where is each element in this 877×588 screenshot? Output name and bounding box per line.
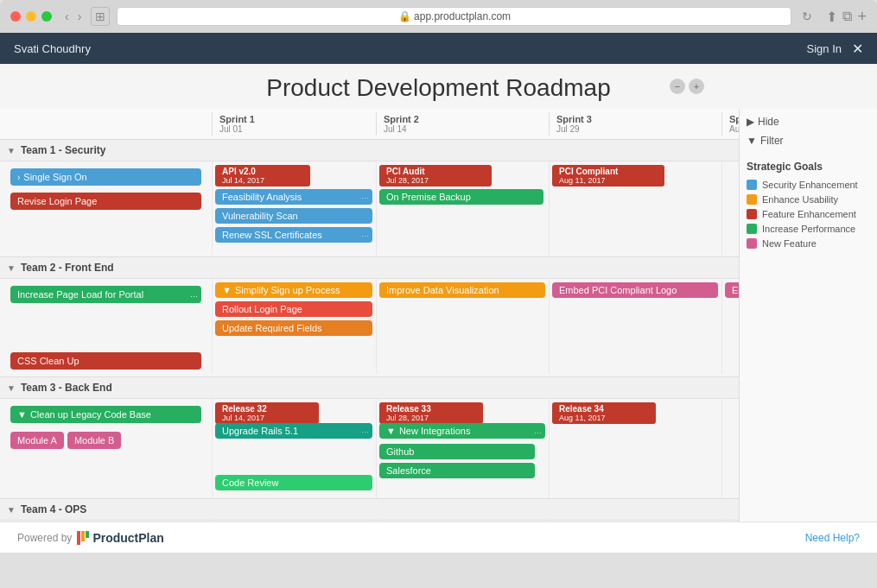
sprint-1-date: Jul 01 (219, 124, 369, 134)
browser-back-button[interactable]: ‹ (62, 9, 72, 23)
card-module-a[interactable]: Module A (10, 432, 64, 449)
team-name-ops: Team 4 - OPS (21, 503, 86, 515)
card-simplify-signup[interactable]: ▼ Simplify Sign up Process (215, 282, 372, 298)
team-header-backend[interactable]: ▼ Team 3 - Back End (0, 377, 739, 399)
release-api-label: API v2.0 (222, 167, 303, 176)
card-embed-pci-logo[interactable]: Embed PCI Compliant Logo (552, 282, 718, 298)
browser-actions: ⬆ ⧉ + (826, 8, 867, 26)
zoom-out-button[interactable]: − (670, 79, 685, 94)
team-name-security: Team 1 - Security (21, 144, 105, 156)
release-34[interactable]: Release 34 Aug 11, 2017 (552, 402, 656, 424)
card-new-integrations[interactable]: ▼ New Integrations … (379, 423, 545, 439)
sprint-header: Sprint 1 Jul 01 Sprint 2 Jul 14 Sprint 3… (0, 109, 739, 140)
card-clean-legacy[interactable]: ▼ Clean up Legacy Code Base (10, 406, 201, 423)
pci-compliant-date: Aug 11, 2017 (559, 176, 658, 185)
card-salesforce[interactable]: Salesforce (379, 463, 535, 478)
card-code-review[interactable]: Code Review (215, 475, 372, 490)
sprint-area-4-security (721, 161, 739, 256)
browser-forward-button[interactable]: › (75, 9, 85, 23)
svg-rect-2 (86, 531, 89, 538)
hide-arrow-icon: ▶ (747, 116, 754, 128)
app-footer: Powered by ProductPlan Need Help? (0, 522, 877, 553)
card-vulnerability-scan[interactable]: Vulnerability Scan (215, 208, 372, 224)
release-34-date: Aug 11, 2017 (559, 414, 649, 422)
url-text: app.productplan.com (414, 10, 511, 22)
legend-label-security: Security Enhancement (762, 180, 858, 190)
svg-rect-0 (77, 531, 80, 545)
legend-dot-performance (747, 224, 757, 234)
team-toggle-ops[interactable]: ▼ (7, 505, 16, 515)
browser-grid-button[interactable]: ⊞ (91, 7, 110, 26)
browser-new-tab-button[interactable]: + (857, 8, 867, 26)
card-single-sign-on[interactable]: › Single Sign On (10, 168, 201, 186)
sprint-1-name: Sprint 1 (219, 114, 369, 124)
sprint-2-date: Jul 14 (384, 124, 542, 134)
browser-titlebar: ‹ › ⊞ 🔒 app.productplan.com ↻ ⬆ ⧉ + (0, 0, 877, 33)
card-rollout-login-page[interactable]: Rollout Login Page (215, 301, 372, 317)
sprint-col-1: Sprint 1 Jul 01 (212, 112, 376, 136)
legend-label-performance: Increase Performance (762, 224, 855, 234)
browser-fullscreen-button[interactable]: ⧉ (842, 8, 852, 26)
card-update-required-fields[interactable]: Update Required Fields (215, 320, 372, 336)
browser-minimize-button[interactable] (26, 11, 36, 22)
browser-refresh-button[interactable]: ↻ (802, 9, 812, 23)
sprint-border-2-ops (376, 521, 549, 522)
settings-icon[interactable]: ✕ (852, 41, 863, 57)
card-renew-ssl[interactable]: Renew SSL Certificates … (215, 227, 372, 243)
release-33[interactable]: Release 33 Jul 28, 2017 (379, 402, 483, 424)
team-content-ops: Investigate GCE › Load Testing (0, 521, 739, 522)
team-header-frontend[interactable]: ▼ Team 2 - Front End (0, 257, 739, 279)
productplan-logo-icon (77, 531, 91, 545)
card-github[interactable]: Github (379, 444, 535, 459)
release-34-label: Release 34 (559, 404, 649, 414)
team-label-col-security: › Single Sign On Revise Login Page (0, 161, 212, 256)
card-embed-logo-integrations[interactable]: Embed Logo for New Integrations (725, 282, 739, 298)
browser-share-button[interactable]: ⬆ (826, 8, 837, 26)
browser-urlbar[interactable]: 🔒 app.productplan.com (117, 7, 791, 26)
sprint-border-3-ops (549, 521, 721, 522)
team-toggle-backend[interactable]: ▼ (7, 383, 16, 393)
footer-help-link[interactable]: Need Help? (805, 532, 860, 544)
card-dots-1: … (361, 192, 369, 200)
roadmap-container: Sprint 1 Jul 01 Sprint 2 Jul 14 Sprint 3… (0, 109, 877, 522)
card-on-premise-backup[interactable]: On Premise Backup (379, 189, 543, 205)
team-toggle-frontend[interactable]: ▼ (7, 263, 16, 273)
legend-dot-security (747, 180, 757, 190)
card-improve-data-viz[interactable]: Improve Data Visualization (379, 282, 545, 298)
signin-link[interactable]: Sign In (807, 42, 842, 55)
card-feasibility-analysis[interactable]: Feasibility Analysis … (215, 189, 372, 205)
sidebar-filter-button[interactable]: ▼ Filter (747, 135, 870, 147)
arrow-icon: › (17, 173, 20, 182)
sprint-cols: Sprint 1 Jul 01 Sprint 2 Jul 14 Sprint 3… (212, 112, 739, 136)
svg-rect-1 (81, 531, 85, 541)
team-header-security[interactable]: ▼ Team 1 - Security (0, 140, 739, 161)
card-revise-login-page[interactable]: Revise Login Page (10, 193, 201, 210)
release-pci-audit[interactable]: PCI Audit Jul 28, 2017 (379, 165, 492, 187)
module-cards: Module A Module B (10, 432, 201, 449)
release-api-v2[interactable]: API v2.0 Jul 14, 2017 (215, 165, 310, 187)
sprint-4-name: Sprint 4 (729, 114, 739, 124)
legend-item-new-feature: New Feature (747, 238, 870, 249)
sprint-3-date: Jul 29 (556, 124, 715, 134)
team-header-ops[interactable]: ▼ Team 4 - OPS (0, 499, 739, 521)
roadmap-body[interactable]: ▼ Team 1 - Security › Single Sign On Rev… (0, 140, 739, 522)
release-pci-compliant[interactable]: PCI Compliant Aug 11, 2017 (552, 165, 664, 187)
legend-label-feature: Feature Enhancement (762, 209, 856, 219)
sprint-2-name: Sprint 2 (384, 114, 542, 124)
card-increase-page-load[interactable]: Increase Page Load for Portal … (10, 286, 201, 303)
browser-maximize-button[interactable] (41, 11, 52, 22)
zoom-in-button[interactable]: + (689, 79, 704, 94)
rails-dots: … (361, 426, 369, 434)
card-module-b[interactable]: Module B (67, 432, 121, 449)
release-32[interactable]: Release 32 Jul 14, 2017 (215, 402, 319, 424)
powered-by-text: Powered by (17, 532, 72, 544)
pci-audit-label: PCI Audit (386, 167, 485, 176)
browser-close-button[interactable] (10, 11, 21, 22)
card-upgrade-rails[interactable]: Upgrade Rails 5.1 … (215, 423, 372, 439)
sidebar-hide-button[interactable]: ▶ Hide (747, 116, 870, 128)
sprint-label-col (0, 112, 212, 136)
card-css-cleanup[interactable]: CSS Clean Up (10, 352, 201, 370)
team-toggle-security[interactable]: ▼ (7, 146, 16, 155)
expand-legacy-icon: ▼ (17, 409, 27, 420)
sprint-col-4: Sprint 4 Aug 12 (721, 112, 739, 136)
